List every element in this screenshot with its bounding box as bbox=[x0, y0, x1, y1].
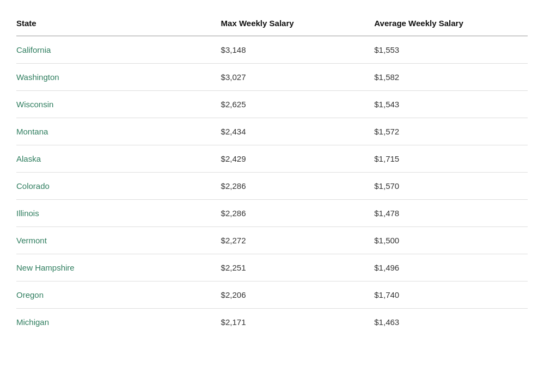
cell-avg-salary: $1,463 bbox=[374, 309, 528, 336]
table-row: Vermont$2,272$1,500 bbox=[16, 227, 528, 254]
header-avg-salary: Average Weekly Salary bbox=[374, 11, 528, 36]
cell-state: California bbox=[16, 36, 221, 64]
cell-avg-salary: $1,570 bbox=[374, 173, 528, 200]
table-row: Wisconsin$2,625$1,543 bbox=[16, 91, 528, 118]
table-row: Alaska$2,429$1,715 bbox=[16, 145, 528, 173]
cell-state: Oregon bbox=[16, 281, 221, 309]
cell-max-salary: $3,027 bbox=[221, 64, 375, 91]
cell-state: Vermont bbox=[16, 227, 221, 254]
cell-max-salary: $2,171 bbox=[221, 309, 375, 336]
header-max-salary: Max Weekly Salary bbox=[221, 11, 375, 36]
cell-state: New Hampshire bbox=[16, 254, 221, 281]
cell-state: Illinois bbox=[16, 200, 221, 227]
cell-state: Colorado bbox=[16, 173, 221, 200]
cell-max-salary: $2,286 bbox=[221, 200, 375, 227]
cell-avg-salary: $1,478 bbox=[374, 200, 528, 227]
cell-avg-salary: $1,500 bbox=[374, 227, 528, 254]
cell-max-salary: $3,148 bbox=[221, 36, 375, 64]
cell-avg-salary: $1,496 bbox=[374, 254, 528, 281]
cell-max-salary: $2,206 bbox=[221, 281, 375, 309]
table-header-row: State Max Weekly Salary Average Weekly S… bbox=[16, 11, 528, 36]
cell-avg-salary: $1,543 bbox=[374, 91, 528, 118]
cell-max-salary: $2,429 bbox=[221, 145, 375, 173]
table-row: Colorado$2,286$1,570 bbox=[16, 173, 528, 200]
table-row: New Hampshire$2,251$1,496 bbox=[16, 254, 528, 281]
cell-state: Montana bbox=[16, 118, 221, 145]
table-row: Montana$2,434$1,572 bbox=[16, 118, 528, 145]
cell-avg-salary: $1,572 bbox=[374, 118, 528, 145]
cell-avg-salary: $1,715 bbox=[374, 145, 528, 173]
cell-state: Washington bbox=[16, 64, 221, 91]
cell-max-salary: $2,625 bbox=[221, 91, 375, 118]
cell-max-salary: $2,272 bbox=[221, 227, 375, 254]
table-row: Illinois$2,286$1,478 bbox=[16, 200, 528, 227]
table-row: California$3,148$1,553 bbox=[16, 36, 528, 64]
cell-state: Michigan bbox=[16, 309, 221, 336]
cell-max-salary: $2,251 bbox=[221, 254, 375, 281]
salary-table: State Max Weekly Salary Average Weekly S… bbox=[16, 11, 528, 335]
cell-max-salary: $2,434 bbox=[221, 118, 375, 145]
cell-state: Wisconsin bbox=[16, 91, 221, 118]
cell-max-salary: $2,286 bbox=[221, 173, 375, 200]
cell-avg-salary: $1,582 bbox=[374, 64, 528, 91]
cell-state: Alaska bbox=[16, 145, 221, 173]
cell-avg-salary: $1,553 bbox=[374, 36, 528, 64]
cell-avg-salary: $1,740 bbox=[374, 281, 528, 309]
table-row: Oregon$2,206$1,740 bbox=[16, 281, 528, 309]
table-row: Washington$3,027$1,582 bbox=[16, 64, 528, 91]
table-row: Michigan$2,171$1,463 bbox=[16, 309, 528, 336]
header-state: State bbox=[16, 11, 221, 36]
